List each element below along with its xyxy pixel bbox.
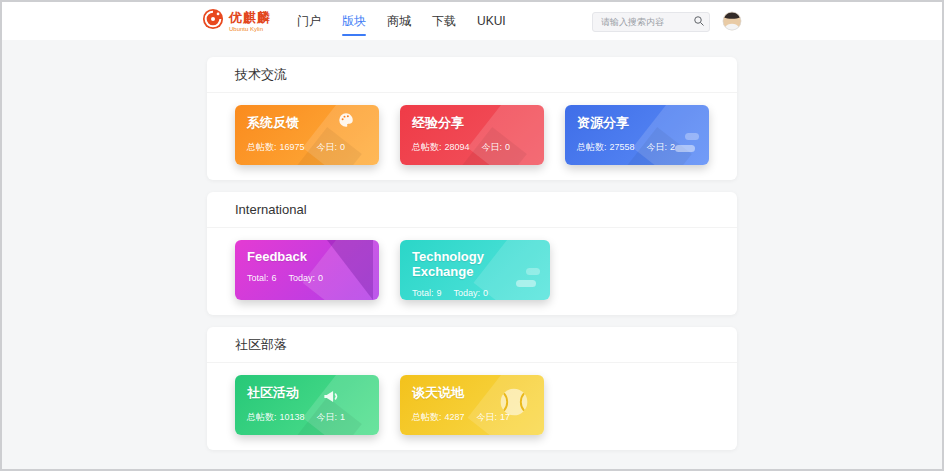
forum-board-list: 技术交流 系统反馈 总帖数:16975 [207,40,737,450]
card-total-label: 总帖数: [247,412,277,422]
card-total-label: Total: [412,288,434,298]
card-row: 社区活动 总帖数:10138 今日:1 谈天说地 [207,363,737,450]
nav-item-portal[interactable]: 门户 [297,2,321,40]
logo-title: 优麒麟 [229,11,271,24]
card-stats: 总帖数:28094 今日:0 [412,141,532,154]
card-today-label: 今日: [317,412,338,422]
card-total-stat: 总帖数:28094 [412,141,470,154]
search-box [592,11,710,32]
card-stats: 总帖数:27558 今日:2 [577,141,697,154]
card-today-label: 今日: [482,142,503,152]
card-today-label: Today: [289,273,316,283]
nav-item-forum[interactable]: 版块 [342,2,366,40]
card-title: 资源分享 [577,114,697,132]
card-total-stat: Total:9 [412,288,442,298]
forum-card-system-feedback[interactable]: 系统反馈 总帖数:16975 今日:0 [235,105,379,165]
card-today-label: 今日: [647,142,668,152]
header: 优麒麟 Ubuntu Kylin 门户 版块 商城 下载 UKUI [2,2,942,40]
user-avatar[interactable] [722,11,742,31]
card-title: 系统反馈 [247,114,367,132]
section-title: International [207,192,737,228]
card-decoration [516,280,536,287]
header-inner: 优麒麟 Ubuntu Kylin 门户 版块 商城 下载 UKUI [202,2,742,40]
logo-subtitle: Ubuntu Kylin [229,26,271,32]
card-total-value: 9 [437,288,442,298]
nav-item-download[interactable]: 下载 [432,2,456,40]
card-total-stat: Total:6 [247,273,277,283]
card-today-stat: 今日:0 [317,141,346,154]
section-community-tribe: 社区部落 社区活动 总帖数:10138 今日:1 [207,327,737,450]
card-total-value: 28094 [445,142,470,152]
ubuntu-kylin-logo-icon [202,8,224,34]
card-title: 谈天说地 [412,384,532,402]
card-row: Feedback Total:6 Today:0 Technology Exch… [207,228,737,315]
card-today-value: 0 [340,142,345,152]
card-total-label: 总帖数: [247,142,277,152]
card-total-stat: 总帖数:16975 [247,141,305,154]
card-today-label: 今日: [317,142,338,152]
search-icon[interactable] [693,15,705,27]
logo-text: 优麒麟 Ubuntu Kylin [229,11,271,32]
logo[interactable]: 优麒麟 Ubuntu Kylin [202,8,271,34]
card-today-stat: 今日:1 [317,411,346,424]
card-today-value: 0 [483,288,488,298]
forum-card-chat[interactable]: 谈天说地 总帖数:4287 今日:17 [400,375,544,435]
card-today-stat: 今日:17 [477,411,511,424]
card-title: Technology Exchange [412,249,538,279]
section-title: 技术交流 [207,57,737,93]
card-stats: 总帖数:16975 今日:0 [247,141,367,154]
card-total-stat: 总帖数:27558 [577,141,635,154]
section-international: International Feedback Total:6 Today:0 T… [207,192,737,315]
card-stats: Total:6 Today:0 [247,273,367,283]
card-title: 经验分享 [412,114,532,132]
card-total-label: Total: [247,273,269,283]
card-today-value: 2 [670,142,675,152]
card-total-value: 16975 [280,142,305,152]
card-today-value: 17 [500,412,510,422]
card-today-stat: Today:0 [454,288,489,298]
card-today-stat: 今日:0 [482,141,511,154]
card-total-value: 27558 [610,142,635,152]
forum-card-technology-exchange[interactable]: Technology Exchange Total:9 Today:0 [400,240,550,300]
card-today-value: 1 [340,412,345,422]
card-total-stat: 总帖数:10138 [247,411,305,424]
card-total-value: 10138 [280,412,305,422]
card-row: 系统反馈 总帖数:16975 今日:0 经验分享 总帖数:28094 今日:0 [207,93,737,180]
card-today-value: 0 [318,273,323,283]
card-today-stat: 今日:2 [647,141,676,154]
card-total-label: 总帖数: [577,142,607,152]
card-stats: 总帖数:10138 今日:1 [247,411,367,424]
forum-card-community-activity[interactable]: 社区活动 总帖数:10138 今日:1 [235,375,379,435]
card-stats: Total:9 Today:0 [412,288,538,298]
card-decoration [685,133,699,140]
card-title: 社区活动 [247,384,367,402]
nav-item-mall[interactable]: 商城 [387,2,411,40]
section-tech-exchange: 技术交流 系统反馈 总帖数:16975 [207,57,737,180]
section-title: 社区部落 [207,327,737,363]
card-today-label: Today: [454,288,481,298]
forum-card-feedback[interactable]: Feedback Total:6 Today:0 [235,240,379,300]
card-stats: 总帖数:4287 今日:17 [412,411,532,424]
main-nav: 门户 版块 商城 下载 UKUI [297,2,506,40]
forum-card-resource-share[interactable]: 资源分享 总帖数:27558 今日:2 [565,105,709,165]
card-total-stat: 总帖数:4287 [412,411,465,424]
card-total-label: 总帖数: [412,142,442,152]
card-title: Feedback [247,249,367,264]
card-total-value: 4287 [445,412,465,422]
card-today-stat: Today:0 [289,273,324,283]
card-total-value: 6 [272,273,277,283]
card-total-label: 总帖数: [412,412,442,422]
card-today-value: 0 [505,142,510,152]
forum-card-experience-share[interactable]: 经验分享 总帖数:28094 今日:0 [400,105,544,165]
nav-item-ukui[interactable]: UKUI [477,2,506,40]
page: 优麒麟 Ubuntu Kylin 门户 版块 商城 下载 UKUI [0,0,944,471]
card-today-label: 今日: [477,412,498,422]
